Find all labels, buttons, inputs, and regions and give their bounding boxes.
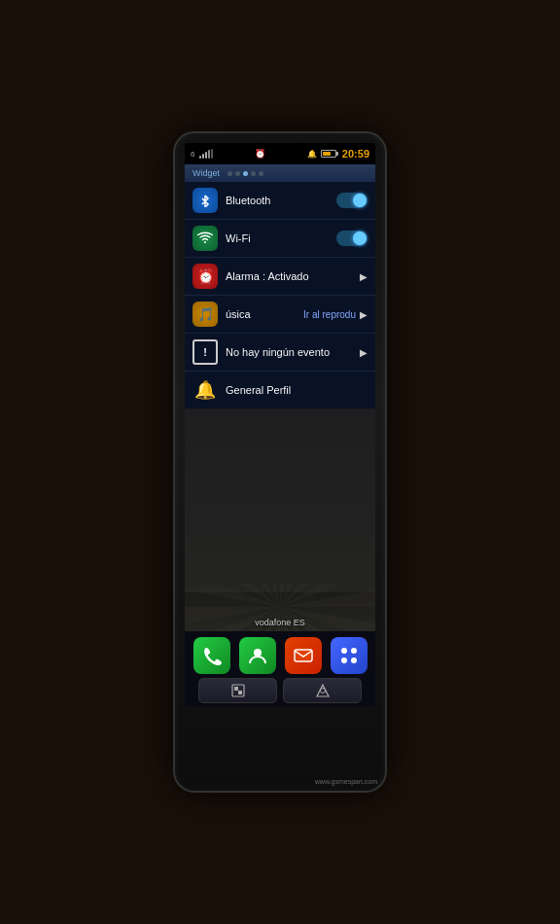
signal-icon	[199, 149, 213, 159]
bluetooth-toggle[interactable]	[336, 193, 368, 208]
wifi-toggle[interactable]	[336, 231, 368, 246]
profile-label: General Perfil	[226, 384, 368, 396]
profile-icon: 🔔	[192, 377, 218, 403]
event-item[interactable]: ! No hay ningún evento ▶	[185, 334, 375, 372]
wifi-item[interactable]: Wi-Fi	[185, 220, 375, 258]
alarm-label: Alarma : Activado	[226, 270, 356, 282]
event-label: No hay ningún evento	[226, 346, 356, 358]
grid-app-icon[interactable]	[331, 637, 368, 674]
photo-area: vodafone ES	[185, 409, 375, 631]
bluetooth-item[interactable]: Bluetooth	[185, 182, 375, 220]
svg-point-4	[341, 657, 347, 663]
status-center: ⏰	[255, 149, 265, 159]
app-icon-row	[189, 637, 371, 674]
svg-rect-1	[295, 650, 312, 661]
signal-number: 6	[191, 150, 194, 159]
svg-point-9	[320, 689, 325, 693]
volume-icon: 🔔	[307, 150, 317, 159]
phone-screen: 6 ⏰ 🔔 20:5	[185, 143, 375, 707]
softkey-right[interactable]	[283, 678, 362, 703]
profile-item[interactable]: 🔔 General Perfil	[185, 372, 375, 409]
widget-list: Bluetooth Wi-Fi	[185, 182, 375, 409]
alarm-item[interactable]: ⏰ Alarma : Activado ▶	[185, 258, 375, 296]
music-sub: Ir al reprodu	[303, 309, 356, 320]
widget-header[interactable]: Widget	[185, 164, 375, 182]
phone-device: 6 ⏰ 🔔 20:5	[173, 131, 387, 793]
svg-point-0	[254, 649, 262, 657]
music-item[interactable]: 🎵 úsica Ir al reprodu ▶	[185, 296, 375, 334]
svg-point-3	[351, 648, 357, 654]
wifi-label: Wi-Fi	[226, 232, 336, 244]
softkey-row	[189, 678, 371, 703]
watermark: www.gsmespan.com	[315, 778, 377, 785]
svg-rect-7	[234, 687, 238, 691]
event-arrow: ▶	[360, 347, 368, 358]
softkey-left[interactable]	[198, 678, 277, 703]
svg-rect-8	[238, 691, 242, 694]
widget-label: Widget	[192, 168, 220, 178]
wifi-icon	[192, 226, 218, 251]
music-icon: 🎵	[192, 302, 218, 327]
status-left: 6	[191, 149, 213, 159]
bluetooth-icon	[192, 188, 218, 213]
event-icon: !	[192, 339, 218, 365]
battery-icon	[321, 150, 338, 158]
alarm-arrow: ▶	[360, 271, 368, 282]
alarm-icon: ⏰	[192, 264, 218, 289]
alarm-status-icon: ⏰	[255, 149, 265, 159]
time-display: 20:59	[342, 148, 369, 160]
music-label: úsica	[226, 308, 303, 320]
status-bar: 6 ⏰ 🔔 20:5	[185, 143, 375, 164]
status-right: 🔔 20:59	[307, 148, 369, 160]
carrier-label: vodafone ES	[185, 618, 375, 627]
widget-dots	[228, 171, 263, 176]
bluetooth-label: Bluetooth	[226, 195, 336, 206]
music-arrow: ▶	[360, 309, 368, 320]
mail-app-icon[interactable]	[285, 637, 322, 674]
contacts-app-icon[interactable]	[239, 637, 276, 674]
svg-point-5	[351, 657, 357, 663]
svg-point-2	[341, 648, 347, 654]
phone-app-icon[interactable]	[193, 637, 230, 674]
bottom-icons	[185, 631, 375, 707]
